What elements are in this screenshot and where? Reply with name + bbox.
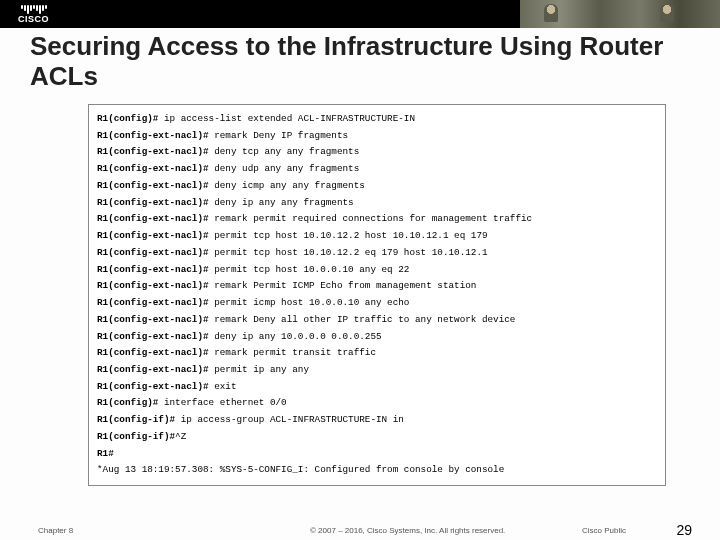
terminal-line: R1(config-ext-nacl)# remark Deny all oth… <box>97 312 657 329</box>
terminal-line: R1(config-ext-nacl)# deny icmp any any f… <box>97 178 657 195</box>
terminal-line: R1(config-ext-nacl)# permit ip any any <box>97 362 657 379</box>
terminal-line: R1(config-ext-nacl)# remark Permit ICMP … <box>97 278 657 295</box>
terminal-line: R1(config-ext-nacl)# permit tcp host 10.… <box>97 228 657 245</box>
terminal-line: R1(config-ext-nacl)# deny udp any any fr… <box>97 161 657 178</box>
terminal-line: R1(config-ext-nacl)# exit <box>97 379 657 396</box>
terminal-line: R1(config-ext-nacl)# permit icmp host 10… <box>97 295 657 312</box>
terminal-line: R1(config-ext-nacl)# deny tcp any any fr… <box>97 144 657 161</box>
slide-title: Securing Access to the Infrastructure Us… <box>30 32 690 92</box>
footer-public: Cisco Public <box>582 526 626 535</box>
terminal-line: R1(config-ext-nacl)# remark permit requi… <box>97 211 657 228</box>
cisco-logo-text: CISCO <box>18 15 49 24</box>
terminal-line: R1(config)# interface ethernet 0/0 <box>97 395 657 412</box>
terminal-line: R1(config-ext-nacl)# remark Deny IP frag… <box>97 128 657 145</box>
terminal-line: R1(config-ext-nacl)# permit tcp host 10.… <box>97 245 657 262</box>
terminal-output: R1(config)# ip access-list extended ACL-… <box>88 104 666 486</box>
terminal-line: *Aug 13 18:19:57.308: %SYS-5-CONFIG_I: C… <box>97 462 657 479</box>
terminal-line: R1(config)# ip access-list extended ACL-… <box>97 111 657 128</box>
footer-copyright: © 2007 – 2016, Cisco Systems, Inc. All r… <box>310 526 505 535</box>
header-photo-strip <box>520 0 720 28</box>
cisco-logo-bars <box>21 5 47 14</box>
cisco-logo: CISCO <box>0 5 49 24</box>
footer-chapter: Chapter 8 <box>38 526 73 535</box>
terminal-line: R1(config-ext-nacl)# deny ip any any fra… <box>97 195 657 212</box>
terminal-line: R1# <box>97 446 657 463</box>
terminal-line: R1(config-ext-nacl)# remark permit trans… <box>97 345 657 362</box>
header-bar: CISCO <box>0 0 720 28</box>
terminal-line: R1(config-if)# ip access-group ACL-INFRA… <box>97 412 657 429</box>
terminal-line: R1(config-ext-nacl)# permit tcp host 10.… <box>97 262 657 279</box>
terminal-line: R1(config-ext-nacl)# deny ip any 10.0.0.… <box>97 329 657 346</box>
terminal-line: R1(config-if)#^Z <box>97 429 657 446</box>
footer-page-number: 29 <box>676 522 692 538</box>
